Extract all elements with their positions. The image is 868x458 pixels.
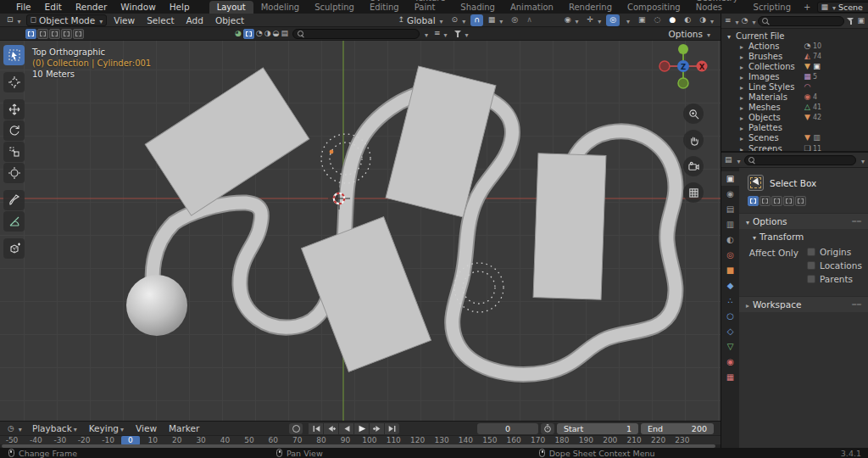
panel-grip[interactable]: ══ xyxy=(852,301,862,309)
scale-tool[interactable] xyxy=(3,142,25,162)
shading-sphere3-icon[interactable]: ◒ xyxy=(273,30,280,37)
shading-solid-button[interactable]: ● xyxy=(665,14,679,26)
mode-intersect-button[interactable] xyxy=(795,196,806,206)
display-mode-dropdown[interactable] xyxy=(734,16,739,26)
sphere-object[interactable] xyxy=(126,275,187,336)
list-dropdown[interactable] xyxy=(442,29,448,39)
select-mode-invert[interactable] xyxy=(61,29,72,39)
outliner-id-dropdown[interactable] xyxy=(750,16,755,26)
snap-target-dropdown[interactable]: ▦ xyxy=(485,14,507,26)
tab-texture[interactable]: ▦ xyxy=(721,370,739,384)
filter-dropdown[interactable] xyxy=(464,29,469,39)
prev-keyframe-button[interactable] xyxy=(324,423,338,434)
auto-keying-toggle[interactable] xyxy=(289,423,303,434)
mode-invert-button[interactable] xyxy=(783,196,794,206)
next-keyframe-button[interactable] xyxy=(370,423,384,434)
xray-toggle[interactable]: ▣ xyxy=(635,14,649,26)
viewport-canvas[interactable]: Top Orthographic (0) Collection | Cylind… xyxy=(0,41,721,421)
plane-right[interactable] xyxy=(533,154,606,300)
outliner-filter-icon[interactable] xyxy=(847,17,854,25)
menu-playback[interactable]: Playback xyxy=(27,423,82,433)
shading-material-button[interactable]: ◐ xyxy=(681,14,694,26)
tab-particles[interactable]: ∴ xyxy=(721,293,739,308)
mode-extend-button[interactable] xyxy=(760,196,771,206)
move-tool[interactable] xyxy=(3,99,25,120)
tab-tool[interactable]: ▣ xyxy=(721,171,739,186)
origins-checkbox[interactable]: Origins xyxy=(807,247,862,257)
outliner-item-actions[interactable]: Actions◔10 xyxy=(721,41,868,51)
mode-dropdown[interactable]: ◻ Object Mode xyxy=(26,14,108,26)
tab-modifiers[interactable]: ◆ xyxy=(721,278,739,293)
transform-orientation-dropdown[interactable]: ↥ Global xyxy=(395,14,447,26)
options-panel-header[interactable]: Options══ xyxy=(739,213,868,229)
tab-texture-paint[interactable]: Texture Paint xyxy=(407,0,453,14)
tab-compositing[interactable]: Compositing xyxy=(620,1,688,14)
snap-toggle[interactable]: ∩ xyxy=(470,14,483,26)
locations-checkbox[interactable]: Locations xyxy=(807,260,862,271)
parents-checkbox[interactable]: Parents xyxy=(807,274,862,284)
material-ball-icon[interactable]: ◕ xyxy=(235,30,242,37)
tab-geometry-nodes[interactable]: Geometry Nodes xyxy=(688,0,746,14)
camera-view-button[interactable] xyxy=(683,156,704,176)
tab-scene[interactable]: ◐ xyxy=(721,232,739,247)
gizmos-dropdown[interactable]: ✛ xyxy=(584,14,605,26)
editor-type-button[interactable]: ⊡ xyxy=(3,14,25,26)
timeline-ruler[interactable]: -50 -40 -30 -20 -10 0 10 20 30 40 50 60 … xyxy=(0,435,721,448)
outliner-item-materials[interactable]: Materials◉4 xyxy=(721,92,868,103)
tab-animation[interactable]: Animation xyxy=(503,1,561,14)
outliner-item-brushes[interactable]: Brushes◭74 xyxy=(721,51,868,61)
tab-layout[interactable]: Layout xyxy=(209,1,253,14)
tab-uv-editing[interactable]: UV Editing xyxy=(362,0,407,14)
shading-sphere2-icon[interactable]: ◑ xyxy=(264,30,271,37)
outliner-item-scenes[interactable]: Scenes▼▥ xyxy=(721,133,868,143)
tab-view-layer[interactable]: ▥ xyxy=(721,217,739,232)
shading-wireframe-button[interactable]: ◌ xyxy=(651,14,665,26)
viewport-search-input[interactable] xyxy=(292,29,420,39)
filter-icon[interactable] xyxy=(454,30,462,37)
annotate-tool[interactable] xyxy=(3,190,25,210)
stopwatch-icon[interactable] xyxy=(541,423,554,434)
tab-output[interactable]: ▤ xyxy=(721,202,739,216)
checkbox-icon[interactable] xyxy=(807,248,815,256)
jump-to-end-button[interactable] xyxy=(385,423,399,434)
outliner-item-meshes[interactable]: Meshes△41 xyxy=(721,103,868,113)
tab-render[interactable]: ◉ xyxy=(721,187,739,201)
properties-search-input[interactable] xyxy=(744,155,856,165)
menu-view[interactable]: View xyxy=(108,15,140,25)
checkbox-icon[interactable] xyxy=(807,275,815,283)
menu-render[interactable]: Render xyxy=(70,1,113,13)
tab-world[interactable]: ◎ xyxy=(721,248,739,262)
zoom-button[interactable] xyxy=(683,103,704,124)
select-box-tool[interactable] xyxy=(3,45,25,65)
outliner-item-objects[interactable]: Objects▼42 xyxy=(721,113,868,123)
display-mode-button[interactable] xyxy=(243,29,254,39)
outliner-item-collections[interactable]: Collections▼▣ xyxy=(721,61,868,71)
menu-add[interactable]: Add xyxy=(181,15,209,25)
start-frame-field[interactable]: Start 1 xyxy=(557,423,638,434)
tab-modeling[interactable]: Modeling xyxy=(253,1,308,14)
select-mode-new[interactable] xyxy=(25,29,36,39)
panel-grip[interactable]: ══ xyxy=(852,218,862,226)
gizmo-y-neg-axis[interactable] xyxy=(678,78,688,88)
tab-object[interactable]: ■ xyxy=(721,263,739,277)
measure-tool[interactable] xyxy=(3,211,25,232)
gizmo-x-neg-axis[interactable] xyxy=(659,61,670,71)
list-icon[interactable]: ≡ xyxy=(434,30,441,37)
visibility-dropdown[interactable]: ◉ xyxy=(561,14,582,26)
menu-keying[interactable]: Keying xyxy=(84,423,129,433)
menu-select[interactable]: Select xyxy=(142,15,179,25)
printer-icon[interactable]: ▤ xyxy=(281,30,288,37)
tab-shading[interactable]: Shading xyxy=(453,1,503,14)
select-mode-subtract[interactable] xyxy=(49,29,60,39)
menu-edit[interactable]: Edit xyxy=(39,1,68,13)
pivot-point-dropdown[interactable]: ⊙ xyxy=(448,14,470,26)
shading-rendered-button[interactable]: ◑ xyxy=(696,14,717,26)
select-mode-intersect[interactable] xyxy=(73,29,84,39)
properties-editor-dropdown[interactable] xyxy=(736,155,741,165)
timeline-scrollbar[interactable] xyxy=(0,444,721,448)
play-reverse-button[interactable] xyxy=(339,423,353,434)
transform-subpanel-header[interactable]: Transform xyxy=(739,229,868,243)
ortho-grid-button[interactable] xyxy=(683,182,704,203)
workspace-panel-header[interactable]: Workspace══ xyxy=(739,296,868,312)
menu-object[interactable]: Object xyxy=(210,15,249,25)
